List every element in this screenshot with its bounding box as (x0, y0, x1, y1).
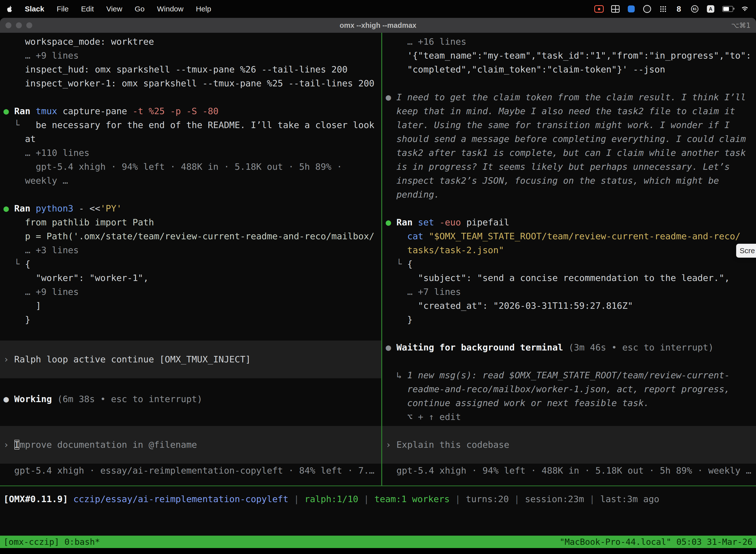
battery-percentage-icon[interactable]: 61 (691, 3, 699, 15)
terminal-line (0, 327, 381, 340)
terminal-line: "completed","claim_token":"claim-token"}… (382, 63, 756, 76)
tmux-status-bar[interactable]: [omx-cczip] 0:bash* "MacBook-Pro-44.loca… (0, 536, 756, 548)
terminal-line: ● Ran python3 - <<'PY' (0, 202, 381, 215)
terminal-line (0, 188, 381, 202)
menu-items: FileEditViewGoWindowHelp (57, 5, 211, 13)
terminal-line: tasks/task-2.json" (382, 243, 756, 257)
terminal-line: └ be necessary for the end of the README… (0, 118, 381, 132)
left-terminal-pane[interactable]: workspace_mode: worktree … +9 lines insp… (0, 33, 381, 486)
terminal-line: "created_at": "2026-03-31T11:59:27.816Z" (382, 299, 756, 313)
dots-grid-icon[interactable] (659, 3, 667, 15)
terminal-line: '{"team_name":"my-team","task_id":"1","f… (382, 49, 756, 63)
menu-view[interactable]: View (106, 5, 122, 13)
input-source-icon[interactable]: A (706, 3, 715, 15)
terminal-line: ↳ 1 new msg(s): read $OMX_TEAM_STATE_ROO… (382, 368, 756, 382)
blue-app-icon[interactable] (627, 3, 635, 15)
terminal-line (382, 76, 756, 90)
terminal-line: "worker": "worker-1", (0, 271, 381, 285)
terminal-line: at (0, 132, 381, 146)
screenshot-tool-overlay[interactable]: Scre (736, 244, 756, 258)
menu-help[interactable]: Help (196, 5, 211, 13)
terminal-line: ● Ran tmux capture-pane -t %25 -p -S -80 (0, 104, 381, 118)
terminal-line: weekly … (0, 174, 381, 188)
terminal-line (0, 406, 381, 420)
terminal-line: ] (0, 299, 381, 313)
tmux-vertical-pane-divider[interactable] (381, 33, 382, 486)
terminal-line: should send a message before completing … (382, 132, 756, 146)
terminal-line: later. Using the same for transition mig… (382, 118, 756, 132)
terminal-line: inspect_hud: omx sparkshell --tmux-pane … (0, 63, 381, 76)
terminal-line: └ { (382, 257, 756, 271)
terminal-line: workspace_mode: worktree (0, 35, 381, 49)
menu-file[interactable]: File (57, 5, 68, 13)
traffic-lights (5, 18, 32, 33)
terminal-line: ● Ran set -euo pipefail (382, 215, 756, 229)
edit-hint: ⌥ + ↑ edit (382, 410, 756, 424)
waiting-status: ● Waiting for background terminal (3m 46… (382, 340, 756, 354)
close-button[interactable] (5, 22, 11, 28)
spreadsheet-grid-icon[interactable] (611, 3, 620, 15)
terminal-line: … +3 lines (0, 243, 381, 257)
app-8-icon[interactable]: 8 (675, 3, 683, 15)
terminal-line: ● I need to get the claim token from the… (382, 90, 756, 104)
menu-bar-status-icons: 861A (594, 3, 749, 15)
terminal-line: … +9 lines (0, 49, 381, 63)
model-status-line: gpt-5.4 xhigh · 94% left · 488K in · 5.1… (382, 464, 756, 478)
working-status: ● Working (6m 38s • esc to interrupt) (0, 392, 381, 406)
dark-circle-app-icon[interactable] (643, 3, 651, 15)
macos-menu-bar: Slack FileEditViewGoWindowHelp 861A (0, 0, 756, 18)
zoom-button[interactable] (26, 22, 32, 28)
terminal-line: p = Path('.omx/state/team/review-current… (0, 229, 381, 243)
terminal-line: task2 after task1 is complete, but can I… (382, 146, 756, 160)
terminal-line (0, 90, 381, 104)
terminal-line: … +7 lines (382, 285, 756, 299)
terminal-line: "subject": "send a concise recommendatio… (382, 271, 756, 285)
terminal-line: } (0, 313, 381, 327)
terminal-line: inspect_worker-1: omx sparkshell --tmux-… (0, 76, 381, 90)
terminal-line (382, 354, 756, 368)
tmux-session-window: [omx-cczip] 0:bash* (3, 536, 100, 548)
terminal-line: └ { (0, 257, 381, 271)
terminal-line: … +16 lines (382, 35, 756, 49)
terminal-line: inspect task2’s JSON, focusing on the st… (382, 174, 756, 188)
wifi-icon[interactable] (741, 3, 749, 15)
ralph-loop-banner[interactable]: › Ralph loop active continue [OMX_TMUX_I… (0, 340, 381, 378)
wifi-arcs (741, 6, 749, 12)
prompt-suggestion[interactable]: › Explain this codebase (382, 426, 756, 464)
terminal-line: cat "$OMX_TEAM_STATE_ROOT/team/review-cu… (382, 229, 756, 243)
window-title: omx --xhigh --madmax (339, 21, 416, 30)
terminal-line: is in progress? It seems likely but perh… (382, 160, 756, 174)
terminal-line: pending. (382, 188, 756, 202)
screen: Slack FileEditViewGoWindowHelp 861A omx … (0, 0, 756, 554)
terminal-line: gpt-5.4 xhigh · 94% left · 488K in · 5.1… (0, 160, 381, 174)
terminal-line: … +110 lines (0, 146, 381, 160)
model-status-line: gpt-5.4 xhigh · essay/ai-reimplementatio… (0, 464, 381, 478)
terminal-line: readme-and-reco/mailbox/worker-1.json, a… (382, 382, 756, 396)
menu-edit[interactable]: Edit (81, 5, 94, 13)
minimize-button[interactable] (16, 22, 22, 28)
terminal-line (382, 327, 756, 340)
battery-icon[interactable] (722, 3, 733, 15)
screen-recording-indicator[interactable] (594, 3, 604, 15)
terminal-line: … +9 lines (0, 285, 381, 299)
apple-logo-icon (7, 6, 12, 12)
menu-bar-left: Slack FileEditViewGoWindowHelp (7, 5, 211, 13)
apple-menu-icon[interactable] (7, 6, 12, 12)
terminal-line (382, 202, 756, 215)
omx-status-pane[interactable]: [OMX#0.11.9] cczip/essay/ai-reimplementa… (0, 486, 756, 536)
omx-session-status: [OMX#0.11.9] cczip/essay/ai-reimplementa… (0, 492, 756, 506)
terminal-line (0, 378, 381, 392)
right-terminal-pane[interactable]: … +16 lines '{"team_name":"my-team","tas… (382, 33, 756, 486)
menu-go[interactable]: Go (135, 5, 145, 13)
terminal-line: keep that in mind. Maybe I also need the… (382, 104, 756, 118)
terminal-line: } (382, 313, 756, 327)
window-shortcut-hint: ⌥⌘1 (731, 18, 751, 33)
menu-window[interactable]: Window (157, 5, 184, 13)
active-app-name[interactable]: Slack (25, 5, 44, 13)
tmux-host-time: "MacBook-Pro-44.local" 05:03 31-Mar-26 (560, 536, 753, 548)
prompt-input[interactable]: › Improve documentation in @filename (0, 426, 381, 464)
terminal-line: from pathlib import Path (0, 215, 381, 229)
terminal-area: workspace_mode: worktree … +9 lines insp… (0, 33, 756, 486)
terminal-line: continue assigned work or next feasible … (382, 396, 756, 410)
window-titlebar[interactable]: omx --xhigh --madmax ⌥⌘1 (0, 18, 756, 33)
